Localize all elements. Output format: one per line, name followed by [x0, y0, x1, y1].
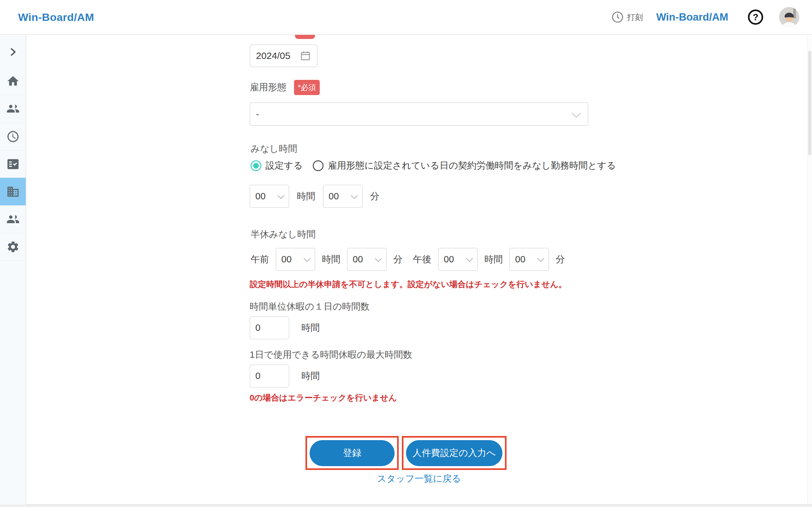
chevron-down-icon [466, 255, 473, 262]
minutes-unit-label: 分 [393, 253, 403, 266]
am-label: 午前 [251, 253, 269, 266]
chevron-down-icon [304, 255, 311, 262]
chevron-down-icon [375, 255, 382, 262]
pm-minutes-select[interactable]: 00 [509, 248, 549, 271]
clock-icon [611, 11, 624, 23]
pm-hours-value: 00 [444, 254, 454, 265]
minutes-unit-label: 分 [556, 253, 565, 266]
chevron-down-icon [572, 109, 581, 118]
am-minutes-select[interactable]: 00 [347, 248, 387, 271]
minashi-label: みなし時間 [251, 143, 297, 155]
action-buttons-row: 登録 人件費設定の入力へ [0, 436, 812, 470]
calendar-icon [300, 50, 311, 61]
chevron-down-icon [351, 192, 358, 199]
hours-unit-label: 時間 [484, 253, 503, 266]
required-badge: *必須 [294, 80, 320, 95]
avatar[interactable] [779, 7, 799, 27]
max-hourly-leave-input[interactable] [250, 364, 289, 388]
pm-label: 午後 [413, 253, 432, 266]
header-right: 打刻 Win-Board/AM ? [611, 0, 799, 34]
labor-cost-button[interactable]: 人件費設定の入力へ [406, 440, 502, 466]
sidebar-item-staff[interactable] [0, 95, 26, 122]
pm-hours-select[interactable]: 00 [438, 248, 478, 271]
minashi-hours-value: 00 [255, 191, 265, 202]
chevron-down-icon [537, 255, 545, 262]
month-value: 2024/05 [256, 50, 290, 61]
employment-value: - [256, 109, 259, 119]
settings-gear-icon [6, 240, 20, 253]
minutes-unit-label: 分 [370, 190, 379, 203]
radio-contract[interactable] [313, 160, 323, 171]
sidebar-item-approvals[interactable] [0, 150, 26, 178]
required-badge-clipped [295, 35, 315, 39]
half-day-row: 午前 00 時間 00 分 午後 00 時間 00 分 [251, 248, 565, 271]
app-window: Win-Board/AM 打刻 Win-Board/AM ? [0, 0, 812, 507]
punch-clock-button[interactable]: 打刻 [611, 11, 643, 23]
members-icon [6, 213, 20, 226]
hours-unit-label: 時間 [301, 322, 320, 334]
employment-label: 雇用形態 [250, 81, 287, 94]
chevron-right-icon [8, 47, 18, 57]
hourly-leave-input[interactable] [250, 316, 289, 339]
home-icon [6, 74, 20, 88]
sidebar-item-members[interactable] [0, 205, 26, 233]
vertical-scrollbar-thumb[interactable] [808, 51, 811, 155]
am-hours-value: 00 [281, 254, 292, 265]
brand-title: Win-Board/AM [656, 11, 728, 23]
zero-note: 0の場合はエラーチェックを行いません [250, 392, 397, 403]
sidebar [0, 35, 26, 504]
sidebar-item-home[interactable] [0, 67, 26, 95]
hours-unit-label: 時間 [297, 190, 315, 203]
sidebar-item-company[interactable] [0, 178, 26, 205]
chevron-down-icon [277, 192, 285, 199]
back-to-staff-list-link[interactable]: スタッフ一覧に戻る [250, 472, 589, 485]
header: Win-Board/AM 打刻 Win-Board/AM ? [0, 0, 812, 35]
radio-contract-label[interactable]: 雇用形態に設定されている日の契約労働時間をみなし勤務時間とする [328, 159, 616, 172]
labor-cost-highlight-frame: 人件費設定の入力へ [402, 436, 507, 470]
radio-set-label[interactable]: 設定する [265, 159, 303, 172]
submit-highlight-frame: 登録 [305, 436, 399, 470]
half-day-warning: 設定時間以上の半休申請を不可とします。設定がない場合はチェックを行いません。 [250, 279, 567, 290]
staff-group-icon [6, 102, 20, 115]
employment-select[interactable]: - [250, 102, 589, 126]
minashi-minutes-select[interactable]: 00 [323, 185, 362, 208]
minashi-time-row: 00 時間 00 分 [250, 185, 379, 208]
clock-icon [6, 130, 20, 143]
am-hours-select[interactable]: 00 [275, 248, 315, 271]
sidebar-expand-button[interactable] [0, 38, 26, 66]
hours-unit-label: 時間 [322, 253, 340, 266]
sidebar-item-settings[interactable] [0, 233, 26, 261]
radio-set-selected[interactable] [251, 160, 261, 171]
hourly-leave-row: 時間 [250, 316, 320, 339]
help-icon[interactable]: ? [748, 9, 763, 25]
max-hourly-leave-label: 1日で使用できる時間休暇の最大時間数 [250, 349, 412, 361]
app-logo[interactable]: Win-Board/AM [18, 0, 94, 34]
hourly-leave-label: 時間単位休暇の１日の時間数 [250, 300, 369, 313]
pm-minutes-value: 00 [515, 254, 525, 265]
hours-unit-label: 時間 [301, 370, 320, 383]
approval-list-icon [6, 158, 20, 171]
half-day-label: 半休みなし時間 [251, 228, 316, 241]
vertical-scrollbar[interactable] [807, 36, 812, 504]
sidebar-item-attendance[interactable] [0, 123, 26, 150]
max-hourly-leave-row: 時間 [250, 364, 320, 388]
avatar-photo-icon [779, 7, 799, 27]
minashi-radio-group: 設定する 雇用形態に設定されている日の契約労働時間をみなし勤務時間とする [251, 159, 616, 172]
horizontal-scrollbar[interactable] [0, 504, 812, 507]
minashi-minutes-value: 00 [328, 191, 339, 202]
am-minutes-value: 00 [353, 254, 363, 265]
month-picker[interactable]: 2024/05 [250, 44, 317, 67]
employment-label-row: 雇用形態 *必須 [250, 80, 320, 95]
company-building-icon [6, 185, 20, 199]
submit-button[interactable]: 登録 [310, 440, 395, 466]
punch-label: 打刻 [627, 12, 643, 22]
minashi-hours-select[interactable]: 00 [250, 185, 289, 208]
